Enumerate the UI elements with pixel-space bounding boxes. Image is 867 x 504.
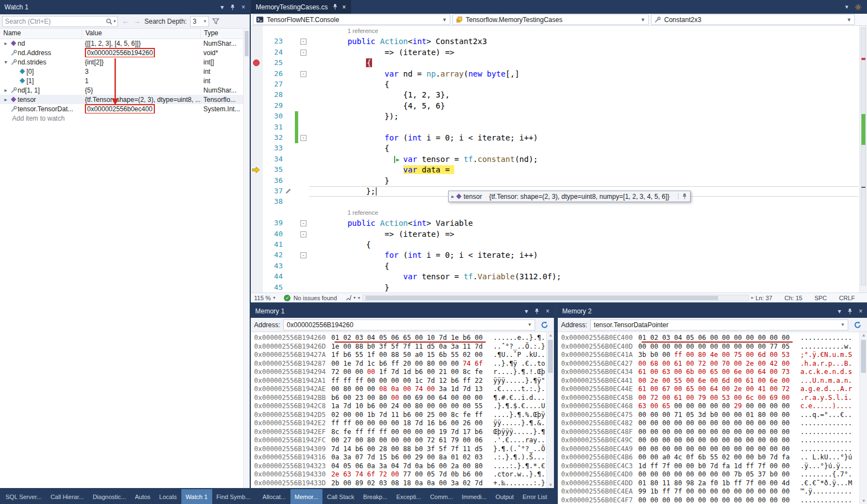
memory-row[interactable]: 0x000002556B1942C81a 7d 10 b6 00 24 00 8…	[254, 402, 546, 411]
scroll-right-icon[interactable]: ▸	[751, 295, 754, 300]
active-files-chevron-icon[interactable]: ▾	[845, 3, 848, 10]
close-icon[interactable]: ×	[342, 3, 346, 11]
bottom-tab-find-symb[interactable]: Find Symb...	[212, 489, 255, 504]
memory-row[interactable]: 0x000002556B0EC48F00 00 00 00 00 00 00 0…	[561, 428, 859, 437]
memory-row[interactable]: 0x000002556B1942E2ff ff 00 00 00 00 18 7…	[254, 419, 546, 428]
memory-row[interactable]: 0x000002556B1942BBb6 00 23 00 80 00 00 6…	[254, 394, 546, 403]
bottom-tab-immedi[interactable]: Immedi...	[457, 489, 491, 504]
code-line[interactable]: 32- for (int i = 0; i < iterate; i++)	[251, 133, 859, 143]
code-line[interactable]: 24- => (iterate) =>	[251, 47, 859, 58]
code-line[interactable]: 1 reference	[251, 26, 859, 36]
bottom-tab-sql-server[interactable]: SQL Server...	[1, 489, 46, 504]
line-number[interactable]: 28	[263, 90, 283, 99]
scroll-down-icon[interactable]: ▼	[860, 498, 867, 503]
code-line[interactable]: 23- public Action<int> Constant2x3	[251, 36, 859, 47]
expander-icon[interactable]: ▸	[451, 193, 454, 199]
breakpoint-icon[interactable]	[253, 59, 260, 66]
memory-row[interactable]: 0x000002556B0EC49C00 00 00 00 00 00 00 0…	[561, 436, 859, 445]
code-line[interactable]: 39- public Action<int> Variable	[251, 218, 859, 229]
memory-row[interactable]: 0x000002556B0EC44100 2e 00 55 00 6e 00 6…	[561, 377, 859, 386]
code-line[interactable]: 33 {	[251, 143, 859, 154]
search-depth-select[interactable]: 3 ▾	[190, 16, 209, 27]
memory-row[interactable]: 0x000002556B0EC4D000 00 00 00 00 00 00 0…	[561, 470, 859, 479]
expander-icon[interactable]: ▾	[2, 59, 9, 65]
refresh-icon[interactable]	[852, 319, 864, 330]
memory-row[interactable]: 0x000002556B1942FC00 27 00 80 00 00 00 0…	[254, 436, 546, 445]
run-to-cursor-icon[interactable]: ▶	[394, 156, 400, 163]
memory-row[interactable]: 0x000002556B0EC4C31d ff 7f 00 00 b0 7d f…	[561, 462, 859, 471]
search-icon[interactable]	[106, 18, 112, 25]
code-line[interactable]: 28 {1, 2, 3},	[251, 90, 859, 100]
code-line[interactable]: 31	[251, 122, 859, 133]
code-health-indicator[interactable]: ✓No issues found	[284, 295, 337, 301]
code-line[interactable]: 34 var tensor = tf.constant(nd);▶	[251, 154, 859, 165]
memory2-scrollbar[interactable]: ▲ ▼	[859, 332, 867, 504]
line-number[interactable]: 42	[263, 251, 283, 259]
line-number[interactable]: 26	[263, 69, 283, 78]
watch-scrollbar[interactable]	[243, 29, 250, 488]
memory-row[interactable]: 0x000002556B0EC42700 68 00 61 00 72 00 7…	[561, 360, 859, 368]
fold-toggle-icon[interactable]: -	[300, 50, 306, 56]
memory-row[interactable]: 0x000002556B19427A1f b6 55 1f 00 88 50 a…	[254, 351, 546, 360]
search-options-chevron-icon[interactable]: ▾	[114, 19, 116, 24]
datatip-popup[interactable]: ▸ tensor {tf.Tensor: shape=(2, 3), dtype…	[448, 191, 691, 202]
fold-toggle-icon[interactable]: -	[300, 252, 306, 258]
code-line[interactable]: 45 }	[251, 283, 859, 292]
scroll-left-icon[interactable]: ◂	[357, 295, 360, 300]
code-editor[interactable]: ▸ tensor {tf.Tensor: shape=(2, 3), dtype…	[251, 26, 859, 292]
expander-icon[interactable]: ▸	[2, 96, 9, 102]
memory-row[interactable]: 0x000002556B19426D1e 00 88 b0 3f 5f 7f 1…	[254, 343, 546, 351]
pin-icon[interactable]	[332, 4, 338, 10]
close-icon[interactable]: ×	[546, 308, 550, 315]
code-line[interactable]: 1 reference	[251, 208, 859, 218]
code-line[interactable]: 26- var nd = np.array(new byte[,]	[251, 69, 859, 79]
horizontal-scrollbar[interactable]: ◂ ▸	[362, 295, 748, 301]
code-line[interactable]: 27 {	[251, 79, 859, 90]
memory-row[interactable]: 0x000002556B0EC43461 00 63 00 6b 00 65 0…	[561, 368, 859, 377]
memory1-hex-view[interactable]: 0x000002556B19426001 02 03 04 05 06 65 0…	[251, 332, 546, 488]
line-number[interactable]: 45	[263, 283, 283, 291]
bottom-tab-call-stack[interactable]: Call Stack	[322, 489, 359, 504]
line-number[interactable]: 31	[263, 123, 283, 131]
document-health-icon[interactable]: ▾	[346, 295, 356, 301]
code-line[interactable]: 30 });	[251, 111, 859, 122]
project-dropdown[interactable]: TensorFlowNET.Console ▼	[253, 14, 450, 25]
search-back-icon[interactable]: ←	[121, 17, 130, 25]
watch-row[interactable]: ▸tensor{tf.Tensor: shape=(2, 3), dtype=u…	[0, 95, 243, 104]
scroll-up-icon[interactable]: ▲	[547, 333, 554, 338]
memory1-address-combo[interactable]: ▼	[283, 319, 535, 330]
memory-row[interactable]: 0x000002556B0EC45B00 72 00 61 00 79 00 5…	[561, 394, 859, 403]
fold-toggle-icon[interactable]: -	[300, 135, 306, 141]
scrollbar-thumb[interactable]	[548, 340, 553, 373]
scrollbar-thumb[interactable]	[861, 28, 866, 285]
line-number[interactable]: 37	[263, 187, 283, 195]
line-number[interactable]: 23	[263, 37, 283, 45]
watch-row[interactable]: [0]3int	[0, 67, 243, 76]
refresh-icon[interactable]	[538, 319, 551, 330]
member-dropdown[interactable]: Constant2x3 ▼	[651, 14, 855, 25]
memory2-address-combo[interactable]: ▼	[590, 319, 848, 330]
memory-row[interactable]: 0x000002556B1943302e 63 74 6f 72 00 77 0…	[254, 470, 546, 479]
memory-row[interactable]: 0x000002556B0EC4F700 00 00 00 00 00 00 0…	[561, 496, 859, 504]
memory2-address-input[interactable]	[591, 321, 838, 329]
line-number[interactable]: 36	[263, 176, 283, 185]
memory-row[interactable]: 0x000002556B19432304 05 06 0a 3a 04 7d 0…	[254, 462, 546, 471]
line-number[interactable]: 24	[263, 48, 283, 56]
bottom-tab-locals[interactable]: Locals	[155, 489, 181, 504]
watch-row[interactable]: tensor.TensorDat...0x000002556b0ec400Sys…	[0, 104, 243, 113]
bottom-tab-call-hierar[interactable]: Call Hierar...	[46, 489, 89, 504]
close-icon[interactable]: ×	[859, 308, 863, 315]
line-number[interactable]: 40	[263, 230, 283, 238]
close-icon[interactable]: ×	[241, 4, 245, 10]
memory-row[interactable]: 0x000002556B0EC40D00 00 00 00 00 00 00 0…	[561, 343, 859, 351]
editor-scrollbar[interactable]	[859, 26, 867, 292]
line-number[interactable]: 39	[263, 219, 283, 227]
line-number[interactable]: 35	[263, 165, 283, 174]
bottom-tab-comm[interactable]: Comm...	[426, 489, 457, 504]
memory-row[interactable]: 0x000002556B1942D502 00 00 1b 7d 11 b6 0…	[254, 411, 546, 420]
scroll-up-icon[interactable]: ▲	[860, 333, 867, 338]
line-number[interactable]: 32	[263, 133, 283, 142]
settings-icon[interactable]	[855, 4, 861, 10]
bottom-tab-watch-1[interactable]: Watch 1	[181, 489, 212, 504]
type-dropdown[interactable]: Tensorflow.MemoryTestingCases ▼	[453, 14, 649, 25]
